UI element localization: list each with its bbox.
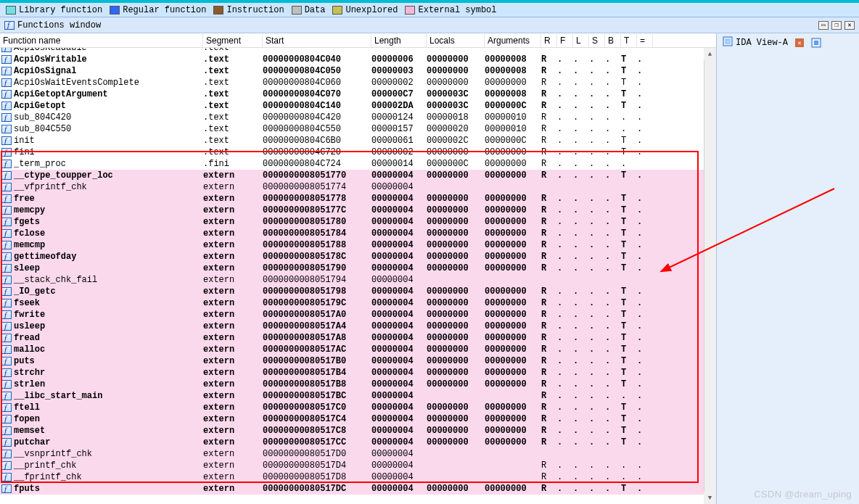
column-header[interactable]: L bbox=[573, 34, 589, 47]
table-row[interactable]: fgetsextern00000000080517800000000400000… bbox=[0, 216, 716, 228]
window-undock-button[interactable]: ▭ bbox=[818, 21, 829, 30]
flag-cell: . bbox=[557, 217, 573, 227]
cell: 00000000804C070 bbox=[263, 89, 371, 99]
column-header[interactable]: R bbox=[541, 34, 557, 47]
table-row[interactable]: AcpiOsReadable.text bbox=[0, 48, 716, 54]
table-row[interactable]: ftellextern00000000080517C00000000400000… bbox=[0, 402, 716, 413]
column-header[interactable]: Function name bbox=[0, 34, 203, 47]
cell: 00000000 bbox=[427, 484, 485, 494]
table-row[interactable]: fputsextern00000000080517DC0000000400000… bbox=[0, 483, 716, 495]
ida-view-tab[interactable]: IDA View-A ✕ bbox=[717, 33, 859, 52]
function-icon bbox=[1, 55, 12, 64]
flag-cell: . bbox=[605, 263, 621, 273]
table-row[interactable]: _IO_getcextern00000000080517980000000400… bbox=[0, 286, 716, 297]
table-row[interactable]: fcloseextern0000000008051784000000040000… bbox=[0, 228, 716, 239]
flag-cell: T bbox=[621, 252, 637, 262]
table-row[interactable]: AcpiGetopt.text00000000804C140000002DA00… bbox=[0, 100, 716, 112]
table-row[interactable]: fseekextern000000000805179C0000000400000… bbox=[0, 297, 716, 309]
table-row[interactable]: __libc_start_mainextern00000000080517BC0… bbox=[0, 390, 716, 402]
column-header[interactable]: B bbox=[605, 34, 621, 47]
functions-window-titlebar[interactable]: f Functions window ▭ ❐ ✕ bbox=[0, 17, 859, 33]
column-header[interactable]: Segment bbox=[203, 34, 263, 47]
window-close-button[interactable]: ✕ bbox=[844, 21, 855, 30]
table-row[interactable]: strlenextern00000000080517B8000000040000… bbox=[0, 379, 716, 390]
column-header[interactable]: Length bbox=[371, 34, 427, 47]
cell: 00000004 bbox=[371, 298, 427, 308]
cell: fgets bbox=[14, 217, 203, 227]
column-header[interactable]: S bbox=[589, 34, 605, 47]
cell: sub_804C550 bbox=[14, 124, 203, 134]
cell: .text bbox=[203, 124, 263, 134]
table-row[interactable]: __stack_chk_failextern000000000805179400… bbox=[0, 274, 716, 286]
flag-cell: . bbox=[589, 147, 605, 157]
flag-cell: . bbox=[605, 147, 621, 157]
table-row[interactable]: putcharextern00000000080517CC00000004000… bbox=[0, 437, 716, 448]
table-row[interactable]: fini.text00000000804C7200000000200000000… bbox=[0, 146, 716, 158]
table-row[interactable]: strchrextern00000000080517B4000000040000… bbox=[0, 367, 716, 379]
flag-cell: . bbox=[637, 112, 653, 123]
table-row[interactable]: memcpyextern000000000805177C000000040000… bbox=[0, 205, 716, 216]
table-row[interactable]: memcmpextern0000000008051788000000040000… bbox=[0, 239, 716, 251]
table-row[interactable]: gettimeofdayextern000000000805178C000000… bbox=[0, 251, 716, 263]
scroll-down-button[interactable]: ▼ bbox=[704, 492, 716, 504]
column-header[interactable]: Locals bbox=[427, 34, 485, 47]
cell: 00000004 bbox=[371, 182, 427, 192]
table-row[interactable]: freeextern000000000805177800000004000000… bbox=[0, 193, 716, 205]
cell: 00000000 bbox=[485, 368, 541, 378]
table-row[interactable]: sleepextern00000000080517900000000400000… bbox=[0, 263, 716, 274]
table-row[interactable]: AcpiGetoptArgument.text00000000804C07000… bbox=[0, 88, 716, 100]
scroll-up-button[interactable]: ▲ bbox=[704, 48, 716, 60]
cell: 00000004 bbox=[371, 402, 427, 413]
table-row[interactable]: freadextern00000000080517A80000000400000… bbox=[0, 332, 716, 344]
table-row[interactable]: fwriteextern00000000080517A0000000040000… bbox=[0, 309, 716, 321]
cell: 00000000 bbox=[427, 437, 485, 447]
table-row[interactable]: __printf_chkextern00000000080517D4000000… bbox=[0, 460, 716, 471]
flag-cell: R bbox=[541, 136, 557, 146]
table-row[interactable]: sub_804C550.text00000000804C550000001570… bbox=[0, 123, 716, 135]
column-header[interactable]: Start bbox=[263, 34, 371, 47]
column-header[interactable]: = bbox=[637, 34, 653, 47]
tab-close-icon[interactable]: ✕ bbox=[795, 38, 804, 47]
table-row[interactable]: AcpiOsSignal.text00000000804C05000000003… bbox=[0, 65, 716, 77]
cell: 00000004 bbox=[371, 286, 427, 297]
flag-cell: . bbox=[605, 437, 621, 447]
flag-cell: T bbox=[621, 414, 637, 424]
flag-cell: . bbox=[621, 472, 637, 482]
cell: 0000000008051798 bbox=[263, 286, 371, 297]
cell: AcpiOsSignal bbox=[14, 66, 203, 76]
table-row[interactable]: putsextern00000000080517B000000004000000… bbox=[0, 355, 716, 367]
flag-cell: R bbox=[541, 437, 557, 447]
table-row[interactable]: _term_proc.fini00000000804C7240000001400… bbox=[0, 158, 716, 170]
legend-swatch bbox=[110, 6, 120, 15]
table-row[interactable]: __fprintf_chkextern00000000080517D800000… bbox=[0, 471, 716, 483]
table-row[interactable]: __vfprintf_chkextern00000000080517740000… bbox=[0, 181, 716, 193]
flag-cell: . bbox=[557, 298, 573, 308]
column-header[interactable]: T bbox=[621, 34, 637, 47]
columns-header[interactable]: Function nameSegmentStartLengthLocalsArg… bbox=[0, 33, 716, 48]
table-row[interactable]: usleepextern00000000080517A4000000040000… bbox=[0, 321, 716, 332]
table-row[interactable]: AcpiOsWaitEventsComplete.text00000000804… bbox=[0, 77, 716, 88]
flag-cell: . bbox=[637, 460, 653, 471]
flag-cell: . bbox=[589, 333, 605, 343]
vertical-scrollbar[interactable]: ▲ ▼ bbox=[704, 48, 716, 504]
table-row[interactable]: sub_804C420.text00000000804C420000001240… bbox=[0, 112, 716, 123]
column-header[interactable]: Arguments bbox=[485, 34, 541, 47]
flag-cell: . bbox=[589, 344, 605, 355]
tab-restore-icon[interactable] bbox=[811, 38, 821, 48]
flag-cell: . bbox=[605, 170, 621, 181]
cell: _IO_getc bbox=[14, 286, 203, 297]
table-row[interactable]: __ctype_toupper_locextern000000000805177… bbox=[0, 170, 716, 181]
table-row[interactable]: __vsnprintf_chkextern00000000080517D0000… bbox=[0, 448, 716, 460]
column-header[interactable]: F bbox=[557, 34, 573, 47]
flag-cell: . bbox=[605, 228, 621, 239]
table-row[interactable]: memsetextern00000000080517C8000000040000… bbox=[0, 425, 716, 437]
window-restore-button[interactable]: ❐ bbox=[831, 21, 842, 30]
table-row[interactable]: init.text00000000804C6B0000000610000002C… bbox=[0, 135, 716, 146]
table-row[interactable]: fopenextern00000000080517C40000000400000… bbox=[0, 413, 716, 425]
table-row[interactable]: mallocextern00000000080517AC000000040000… bbox=[0, 344, 716, 355]
function-icon bbox=[1, 229, 12, 238]
flag-cell: . bbox=[589, 54, 605, 65]
function-rows: ▲ ▼ AcpiOsReadable.textAcpiOsWritable.te… bbox=[0, 48, 716, 504]
table-row[interactable]: AcpiOsWritable.text00000000804C040000000… bbox=[0, 54, 716, 65]
flag-cell: . bbox=[605, 66, 621, 76]
